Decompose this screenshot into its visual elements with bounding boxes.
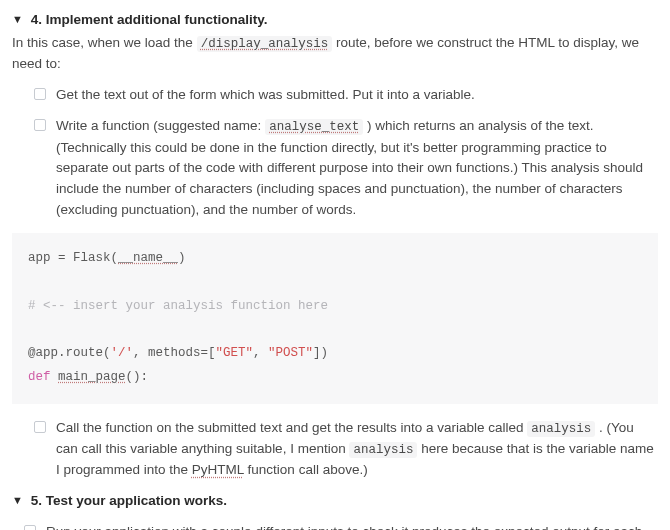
section-4-number: 4.	[31, 12, 42, 27]
checkbox[interactable]	[34, 421, 46, 433]
checklist-item-call-function: Call the function on the submitted text …	[34, 418, 658, 482]
section-4-checklist: Get the text out of the form which was s…	[12, 85, 658, 221]
disclosure-icon: ▼	[12, 11, 23, 28]
section-4-intro: In this case, when we load the /display_…	[12, 33, 658, 75]
analysis-code-2: analysis	[349, 442, 417, 458]
section-5-number: 5.	[31, 493, 42, 508]
pyhtml-text: PyHTML	[192, 462, 244, 477]
section-4-header[interactable]: ▼ 4. Implement additional functionality.	[12, 10, 658, 31]
checklist-item-test-app: Run your application with a couple diffe…	[24, 522, 658, 530]
checklist-item-get-text: Get the text out of the form which was s…	[34, 85, 658, 106]
analysis-code-1: analysis	[527, 421, 595, 437]
checkbox[interactable]	[34, 88, 46, 100]
checkbox[interactable]	[34, 119, 46, 131]
route-code: /display_analysis	[201, 37, 329, 51]
code-block: app = Flask(__name__) # <-- insert your …	[12, 233, 658, 404]
section-5-title: Test your application works.	[46, 493, 227, 508]
checklist-item-write-function: Write a function (suggested name: analys…	[34, 116, 658, 221]
checkbox[interactable]	[24, 525, 36, 530]
section-5-checklist: Run your application with a couple diffe…	[12, 522, 658, 530]
section-5-header[interactable]: ▼ 5. Test your application works.	[12, 491, 658, 512]
disclosure-icon: ▼	[12, 492, 23, 509]
section-4-title: Implement additional functionality.	[46, 12, 268, 27]
section-4-checklist-2: Call the function on the submitted text …	[12, 418, 658, 482]
analyse-text-code: analyse_text	[269, 120, 359, 134]
